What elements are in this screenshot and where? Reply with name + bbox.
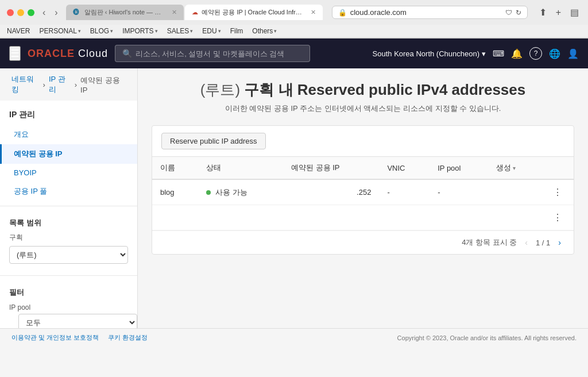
- breadcrumb-current: 예약된 공용 IP: [80, 75, 126, 94]
- sidebar-scope-select[interactable]: (루트): [9, 246, 128, 264]
- col-header-name: 이름: [152, 157, 198, 179]
- lock-icon: 🔒: [338, 9, 347, 17]
- shield-icon: 🛡: [505, 9, 512, 17]
- tab-oracle-label: 예약된 공용 IP | Oracle Cloud Infrastructure: [202, 8, 303, 17]
- search-input[interactable]: [136, 49, 303, 58]
- close-button[interactable]: [7, 9, 14, 16]
- cell-reserved-ip: .252: [283, 179, 379, 205]
- refresh-icon[interactable]: ↻: [516, 9, 521, 17]
- col-header-vnic: VNIC: [379, 157, 430, 179]
- status-label: 사용 가능: [215, 188, 247, 197]
- help-icon[interactable]: ?: [529, 47, 542, 60]
- user-icon[interactable]: 👤: [567, 48, 579, 59]
- sales-dropdown-arrow: ▾: [190, 28, 193, 34]
- main-content: (루트) 구획 내 Reserved public IPv4 addresses…: [138, 68, 588, 328]
- row-actions-button-2[interactable]: ⋮: [550, 211, 566, 224]
- top-nav: ☰ ORACLE Cloud 🔍 South Korea North (Chun…: [0, 39, 588, 68]
- bookmark-sales[interactable]: SALES ▾: [167, 27, 194, 35]
- tab-oracle-close[interactable]: ✕: [311, 9, 316, 16]
- sidebar-scope-select-container: (루트): [0, 246, 137, 271]
- breadcrumb-sep1: ›: [43, 80, 45, 89]
- forward-button[interactable]: ›: [51, 6, 61, 19]
- region-selector[interactable]: South Korea North (Chuncheon) ▾: [373, 49, 486, 58]
- oracle-logo: ORACLE Cloud: [28, 48, 108, 60]
- oracle-logo-prefix: ORACLE: [28, 48, 75, 59]
- browser-tabs: 🅦 알림판 ‹ Hiworl's note — 워드프레스 ✕ ☁ 예약된 공용…: [66, 5, 323, 20]
- page-subtitle: 이러한 예약된 공용 IP 주소는 인터넷에서 액세스되는 리소스에 지정할 수…: [152, 103, 574, 114]
- sidebar-divider-2: [0, 275, 137, 276]
- address-bar-input[interactable]: [350, 8, 502, 17]
- blog-dropdown-arrow: ▾: [110, 28, 113, 34]
- browser-titlebar: ‹ › 🅦 알림판 ‹ Hiworl's note — 워드프레스 ✕ ☁ 예약…: [0, 0, 588, 25]
- bookmark-blog[interactable]: BLOG ▾: [90, 27, 113, 35]
- sidebar-divider-1: [0, 206, 137, 206]
- table-header: 이름 상태 예약된 공용 IP VNIC IP pool 생성 ▾: [152, 157, 574, 179]
- cell-actions: ⋮: [541, 179, 574, 205]
- sidebar-item-reserved-ip[interactable]: 예약된 공용 IP: [0, 144, 137, 164]
- search-bar[interactable]: 🔍: [115, 45, 310, 62]
- oracle-logo-suffix: Cloud: [78, 48, 108, 59]
- breadcrumb-ip-mgmt[interactable]: IP 관리: [49, 74, 71, 95]
- sidebar-item-public-ip-pool[interactable]: 공용 IP 풀: [0, 182, 137, 201]
- pagination-pages: 1 / 1: [536, 238, 550, 247]
- cell-created: [488, 179, 541, 205]
- others-dropdown-arrow: ▾: [274, 28, 277, 34]
- col-header-created[interactable]: 생성 ▾: [488, 157, 541, 179]
- language-icon[interactable]: 🌐: [549, 48, 560, 59]
- tab-oracle[interactable]: ☁ 예약된 공용 IP | Oracle Cloud Infrastructur…: [185, 5, 323, 20]
- table-row: blog 사용 가능 .252 - - ⋮: [152, 179, 574, 205]
- cell-name: blog: [152, 179, 198, 205]
- cloud-shell-icon[interactable]: ⌨: [493, 49, 504, 58]
- sidebar-scope-label: 구획: [0, 232, 137, 246]
- row-actions-button[interactable]: ⋮: [550, 186, 566, 199]
- tab-wordpress-close[interactable]: ✕: [172, 9, 177, 16]
- col-header-reserved-ip: 예약된 공용 IP: [283, 157, 379, 179]
- tab-wordpress[interactable]: 🅦 알림판 ‹ Hiworl's note — 워드프레스 ✕: [66, 5, 184, 20]
- traffic-lights: [7, 9, 34, 16]
- reserve-ip-button[interactable]: Reserve public IP address: [161, 133, 266, 149]
- sidebar-button[interactable]: ▤: [568, 6, 581, 19]
- footer-copyright: Copyright © 2023, Oracle and/or its affi…: [397, 334, 577, 341]
- footer-terms-link[interactable]: 이용약관 및 개인정보 보호정책: [11, 333, 99, 342]
- fullscreen-button[interactable]: [28, 9, 34, 16]
- cell-ip-pool: -: [430, 179, 488, 205]
- pagination-total: 4개 항목 표시 중: [462, 237, 517, 248]
- breadcrumb-networking[interactable]: 네트워킹: [11, 74, 40, 95]
- bookmark-others[interactable]: Others ▾: [252, 27, 277, 35]
- empty-cell-1: ⋮: [152, 205, 574, 230]
- top-nav-icons: ⌨ 🔔 ? 🌐 👤: [493, 47, 579, 60]
- personal-dropdown-arrow: ▾: [78, 28, 81, 34]
- pagination-next[interactable]: ›: [555, 237, 564, 248]
- pagination-prev[interactable]: ‹: [521, 237, 531, 248]
- bookmarks-bar: NAVER PERSONAL ▾ BLOG ▾ IMPORTS ▾ SALES …: [0, 25, 588, 38]
- sort-icon: ▾: [513, 165, 516, 171]
- sidebar-item-overview[interactable]: 개요: [0, 125, 137, 144]
- browser-actions: ⬆ + ▤: [537, 6, 581, 19]
- sidebar-filter-ip-pool-select[interactable]: 모두: [18, 314, 137, 328]
- table-container: Reserve public IP address 이름 상태 예약된 공용 I…: [152, 125, 574, 255]
- bookmark-naver[interactable]: NAVER: [7, 27, 30, 35]
- share-button[interactable]: ⬆: [537, 6, 549, 19]
- new-tab-button[interactable]: +: [554, 6, 563, 19]
- imports-dropdown-arrow: ▾: [155, 28, 158, 34]
- bookmark-film[interactable]: Film: [230, 27, 243, 35]
- bookmark-edu[interactable]: EDU ▾: [202, 27, 220, 35]
- back-button[interactable]: ‹: [39, 6, 49, 19]
- footer-cookie-link[interactable]: 쿠키 환경설정: [108, 333, 148, 342]
- bookmark-imports[interactable]: IMPORTS ▾: [122, 27, 157, 35]
- region-dropdown-arrow: ▾: [482, 49, 486, 58]
- sidebar-title: IP 관리: [0, 101, 137, 125]
- browser-navigation: ‹ ›: [39, 6, 61, 19]
- edu-dropdown-arrow: ▾: [218, 28, 221, 34]
- table-toolbar: Reserve public IP address: [152, 126, 574, 157]
- status-available-dot: [206, 190, 211, 195]
- breadcrumb-sep2: ›: [75, 80, 77, 89]
- bookmark-personal[interactable]: PERSONAL ▾: [39, 27, 80, 35]
- page-title: (루트) 구획 내 Reserved public IPv4 addresses: [152, 80, 574, 100]
- table-row-empty-1: ⋮: [152, 205, 574, 230]
- minimize-button[interactable]: [17, 9, 24, 16]
- sidebar-item-byoip[interactable]: BYOIP: [0, 164, 137, 182]
- hamburger-menu[interactable]: ☰: [9, 46, 21, 61]
- bell-icon[interactable]: 🔔: [511, 48, 523, 59]
- region-label: South Korea North (Chuncheon): [373, 49, 479, 58]
